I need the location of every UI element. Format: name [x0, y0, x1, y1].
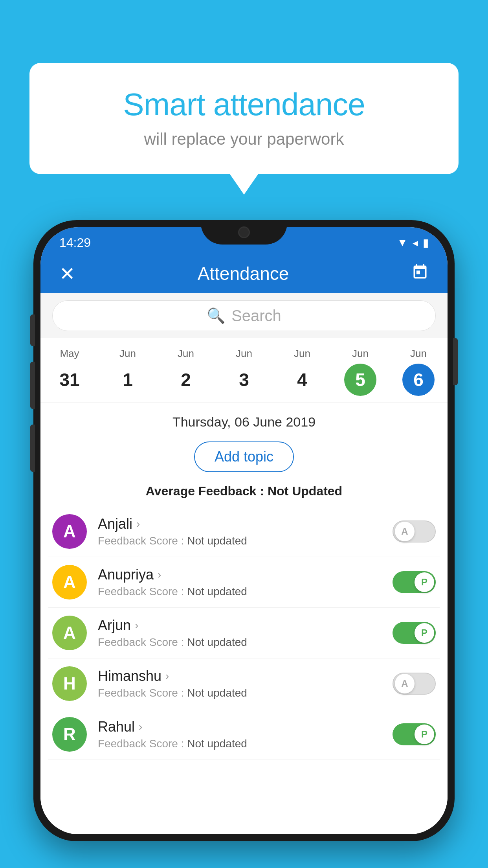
- search-label: Search: [231, 307, 281, 325]
- avatar-2: A: [52, 616, 87, 650]
- power-button: [453, 338, 458, 385]
- calendar-strip: May31Jun1Jun2Jun3Jun4Jun5Jun6: [40, 338, 448, 403]
- student-item-4[interactable]: RRahul ›Feedback Score : Not updatedP: [48, 709, 440, 760]
- student-list: AAnjali ›Feedback Score : Not updatedAAA…: [40, 506, 448, 760]
- feedback-score-4: Feedback Score : Not updated: [98, 737, 389, 750]
- student-info-3: Himanshu ›Feedback Score : Not updated: [98, 668, 389, 699]
- feedback-score-3: Feedback Score : Not updated: [98, 687, 389, 699]
- chevron-icon-4: ›: [139, 721, 142, 733]
- app-header: ✕ Attendance: [40, 254, 448, 293]
- add-topic-container: Add topic: [40, 438, 448, 476]
- status-time: 14:29: [59, 235, 91, 250]
- phone-frame: 14:29 ▼ ◂ ▮ ✕ Attendance: [33, 220, 455, 841]
- avatar-0: A: [52, 514, 87, 549]
- volume-down-button: [30, 425, 35, 472]
- student-info-0: Anjali ›Feedback Score : Not updated: [98, 516, 389, 547]
- avg-feedback-label: Average Feedback :: [146, 484, 264, 498]
- calendar-day-6[interactable]: Jun6: [389, 348, 448, 396]
- toggle-container-1[interactable]: P: [393, 571, 436, 593]
- feedback-value-1: Not updated: [187, 585, 247, 598]
- student-item-3[interactable]: HHimanshu ›Feedback Score : Not updatedA: [48, 658, 440, 709]
- phone-container: 14:29 ▼ ◂ ▮ ✕ Attendance: [33, 220, 455, 841]
- feedback-score-0: Feedback Score : Not updated: [98, 535, 389, 547]
- avg-feedback: Average Feedback : Not Updated: [40, 476, 448, 506]
- toggle-knob-3: A: [395, 674, 415, 693]
- close-button[interactable]: ✕: [59, 263, 75, 285]
- volume-up-button: [30, 362, 35, 409]
- speech-bubble-container: Smart attendance will replace your paper…: [29, 63, 459, 174]
- student-info-1: Anupriya ›Feedback Score : Not updated: [98, 566, 389, 598]
- student-item-2[interactable]: AArjun ›Feedback Score : Not updatedP: [48, 608, 440, 658]
- calendar-day-4[interactable]: Jun4: [273, 348, 331, 396]
- calendar-icon[interactable]: [411, 263, 429, 284]
- cal-date-2: 2: [170, 364, 202, 396]
- phone-notch: [201, 220, 287, 245]
- cal-date-0: 31: [53, 364, 86, 396]
- cal-month-0: May: [40, 348, 99, 360]
- toggle-knob-2: P: [415, 623, 434, 643]
- student-name-0: Anjali ›: [98, 516, 389, 532]
- cal-month-5: Jun: [331, 348, 389, 360]
- cal-month-2: Jun: [157, 348, 215, 360]
- toggle-4[interactable]: P: [393, 723, 436, 745]
- cal-date-3: 3: [228, 364, 260, 396]
- calendar-day-2[interactable]: Jun2: [157, 348, 215, 396]
- cal-month-1: Jun: [99, 348, 157, 360]
- toggle-3[interactable]: A: [393, 673, 436, 695]
- calendar-day-3[interactable]: Jun3: [215, 348, 273, 396]
- chevron-icon-0: ›: [136, 518, 140, 530]
- student-info-2: Arjun ›Feedback Score : Not updated: [98, 617, 389, 649]
- toggle-2[interactable]: P: [393, 622, 436, 644]
- calendar-day-5[interactable]: Jun5: [331, 348, 389, 396]
- toggle-container-2[interactable]: P: [393, 622, 436, 644]
- front-camera: [238, 226, 250, 238]
- cal-date-1: 1: [112, 364, 144, 396]
- search-bar[interactable]: 🔍 Search: [52, 300, 436, 331]
- wifi-icon: ▼: [397, 236, 408, 249]
- toggle-0[interactable]: A: [393, 520, 436, 542]
- student-name-3: Himanshu ›: [98, 668, 389, 684]
- cal-date-5: 5: [344, 364, 376, 396]
- feedback-score-1: Feedback Score : Not updated: [98, 585, 389, 598]
- cal-date-6: 6: [402, 364, 435, 396]
- toggle-container-0[interactable]: A: [393, 520, 436, 542]
- toggle-container-3[interactable]: A: [393, 673, 436, 695]
- avatar-3: H: [52, 666, 87, 701]
- header-title: Attendance: [198, 263, 289, 284]
- cal-month-4: Jun: [273, 348, 331, 360]
- chevron-icon-2: ›: [135, 619, 138, 632]
- student-name-1: Anupriya ›: [98, 566, 389, 583]
- selected-date: Thursday, 06 June 2019: [40, 403, 448, 438]
- avatar-4: R: [52, 717, 87, 752]
- toggle-knob-0: A: [395, 522, 415, 541]
- toggle-knob-1: P: [415, 572, 434, 592]
- screen-inner: 14:29 ▼ ◂ ▮ ✕ Attendance: [40, 227, 448, 834]
- mute-button: [30, 314, 35, 346]
- phone-screen: 14:29 ▼ ◂ ▮ ✕ Attendance: [40, 227, 448, 834]
- search-icon: 🔍: [207, 307, 225, 324]
- cal-date-4: 4: [286, 364, 318, 396]
- calendar-day-0[interactable]: May31: [40, 348, 99, 396]
- student-info-4: Rahul ›Feedback Score : Not updated: [98, 719, 389, 750]
- toggle-knob-4: P: [415, 725, 434, 744]
- status-icons: ▼ ◂ ▮: [397, 236, 429, 249]
- cal-month-3: Jun: [215, 348, 273, 360]
- signal-icon: ◂: [413, 236, 418, 249]
- avg-feedback-value: Not Updated: [268, 484, 342, 498]
- toggle-1[interactable]: P: [393, 571, 436, 593]
- speech-bubble: Smart attendance will replace your paper…: [29, 63, 459, 174]
- add-topic-button[interactable]: Add topic: [194, 441, 294, 472]
- speech-bubble-title: Smart attendance: [57, 86, 431, 123]
- content-area: Thursday, 06 June 2019 Add topic Average…: [40, 403, 448, 834]
- student-name-2: Arjun ›: [98, 617, 389, 634]
- feedback-value-3: Not updated: [187, 687, 247, 699]
- calendar-day-1[interactable]: Jun1: [99, 348, 157, 396]
- toggle-container-4[interactable]: P: [393, 723, 436, 745]
- cal-month-6: Jun: [389, 348, 448, 360]
- avatar-1: A: [52, 565, 87, 600]
- speech-bubble-subtitle: will replace your paperwork: [57, 130, 431, 149]
- feedback-score-2: Feedback Score : Not updated: [98, 636, 389, 649]
- student-item-0[interactable]: AAnjali ›Feedback Score : Not updatedA: [48, 506, 440, 557]
- student-item-1[interactable]: AAnupriya ›Feedback Score : Not updatedP: [48, 557, 440, 608]
- chevron-icon-1: ›: [158, 568, 161, 581]
